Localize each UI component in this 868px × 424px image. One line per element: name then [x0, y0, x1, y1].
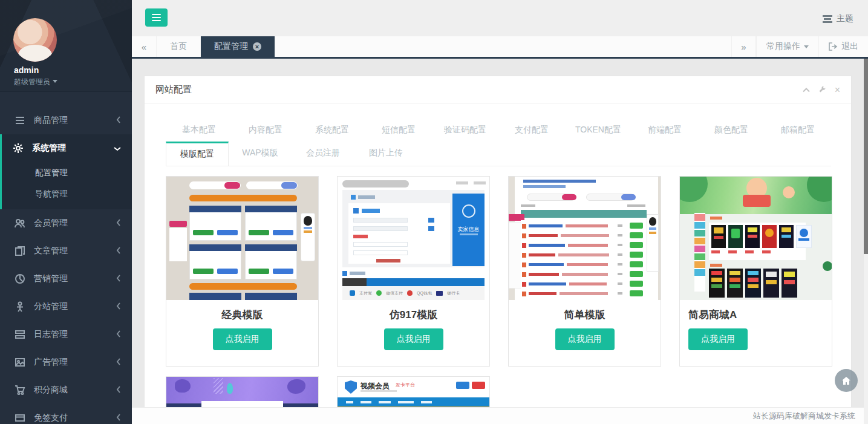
chevron-left-icon [116, 413, 121, 423]
footer-text: 站长源码库破解商城发卡系统 [753, 411, 855, 422]
cart-icon [15, 385, 25, 396]
sidebar-item-substations[interactable]: 分站管理 [0, 293, 132, 321]
files-icon [15, 246, 25, 256]
close-panel-icon[interactable]: × [835, 85, 840, 95]
pay-bank-label: 银行卡 [447, 290, 460, 296]
chevron-down-icon [53, 80, 57, 83]
sidebar: admin 超级管理员 商品管理 系统管理 配置管理 导航管理 会员管理 文章 [0, 0, 132, 424]
template-preview-videovip: 视频会员 发卡平台 [338, 377, 489, 407]
chevron-left-icon [116, 302, 121, 311]
home-icon [841, 376, 851, 385]
tab-frontend-config[interactable]: 前端配置 [631, 117, 698, 142]
list-icon [15, 115, 25, 126]
enable-template-button[interactable]: 点我启用 [555, 328, 615, 350]
collapse-icon[interactable] [803, 86, 810, 94]
back-to-top-button[interactable] [835, 369, 858, 392]
sidebar-item-points-mall[interactable]: 积分商城 [0, 376, 132, 404]
pay-qq-label: QQ钱包 [417, 290, 432, 296]
template-card-grid: 经典模版 点我启用 [166, 176, 831, 367]
pay-wechat-label: 微信支付 [386, 290, 403, 296]
template-name: 简易商城A [680, 308, 832, 322]
gear-icon [13, 143, 24, 154]
chevron-down-icon [114, 143, 121, 153]
template-preview-mall-a [680, 177, 832, 300]
config-tabs-row2: 模版配置 WAP模版 会员注册 图片上传 [166, 142, 831, 166]
tab-color-config[interactable]: 颜色配置 [698, 117, 765, 142]
sidebar-toggle-button[interactable] [145, 8, 168, 27]
quick-actions-dropdown[interactable]: 常用操作 [756, 36, 818, 57]
template-name: 经典模版 [166, 308, 318, 322]
template-preview-purple [166, 377, 318, 407]
enable-template-button[interactable]: 点我启用 [688, 328, 748, 350]
qq-contact-widget [301, 213, 315, 261]
tab-content-config[interactable]: 内容配置 [232, 117, 299, 142]
tab-captcha-config[interactable]: 验证码配置 [432, 117, 498, 142]
enable-template-button[interactable]: 点我启用 [384, 328, 443, 350]
tab-member-register[interactable]: 会员注册 [292, 142, 354, 166]
tab-basic-config[interactable]: 基本配置 [166, 117, 232, 142]
theme-switcher[interactable]: 主题 [823, 13, 853, 24]
tabs-scroll-left-button[interactable]: « [132, 36, 157, 57]
tab-email-config[interactable]: 邮箱配置 [765, 117, 831, 142]
users-icon [15, 218, 25, 229]
tab-sms-config[interactable]: 短信配置 [365, 117, 432, 142]
tab-payment-config[interactable]: 支付配置 [498, 117, 565, 142]
sidebar-item-marketing[interactable]: 营销管理 [0, 265, 132, 293]
template-card-simple: 简单模版 点我启用 [508, 176, 661, 367]
tab-image-upload[interactable]: 图片上传 [354, 142, 417, 166]
sidebar-nav: 商品管理 系统管理 配置管理 导航管理 会员管理 文章管理 营销管理 [0, 106, 132, 424]
config-tabs-row1: 基本配置 内容配置 系统配置 短信配置 验证码配置 支付配置 TOKEN配置 前… [166, 117, 831, 142]
template-card-videovip: 视频会员 发卡平台 [337, 376, 490, 407]
chevron-left-icon [116, 116, 121, 125]
chevron-left-icon [116, 274, 121, 284]
template-card-917: 卖家信息 支付宝 微信支付 QQ钱包 [337, 176, 490, 367]
tab-template-config[interactable]: 模版配置 [166, 142, 229, 166]
qq-contact-widget [647, 214, 659, 272]
user-role[interactable]: 超级管理员 [14, 77, 57, 87]
topbar: 主题 [132, 0, 868, 36]
template-name: 简单模版 [509, 308, 661, 322]
tab-system-config[interactable]: 系统配置 [299, 117, 365, 142]
log-list-icon [15, 329, 25, 340]
main-content: 网站配置 × 基本配置 内容配置 系统配置 短信配置 验证码配置 支付配置 TO… [132, 59, 864, 407]
user-profile: admin 超级管理员 [0, 0, 132, 92]
enable-template-button[interactable]: 点我启用 [213, 328, 272, 350]
chevron-down-icon [804, 45, 809, 48]
sidebar-item-articles[interactable]: 文章管理 [0, 237, 132, 265]
tab-bar: « 首页 配置管理 × » 常用操作 退出 [132, 36, 868, 59]
template-card-classic: 经典模版 点我启用 [166, 176, 319, 367]
template-preview-classic [166, 177, 318, 300]
sidebar-item-payment[interactable]: 免签支付 [0, 404, 132, 424]
sidebar-item-goods[interactable]: 商品管理 [0, 106, 132, 134]
logout-icon [829, 42, 838, 51]
tabs-scroll-right-button[interactable]: » [731, 36, 756, 57]
chevron-left-icon [116, 357, 121, 367]
sidebar-item-ads[interactable]: 广告管理 [0, 348, 132, 376]
seller-info-label: 卖家信息 [452, 226, 485, 233]
chevron-left-icon [116, 330, 121, 339]
person-icon [15, 301, 25, 312]
sidebar-item-system[interactable]: 系统管理 [2, 134, 132, 162]
template-card-mall-a: 简易商城A 点我启用 [679, 176, 832, 367]
template-preview-simple [509, 177, 661, 300]
scrollbar-track[interactable] [864, 59, 868, 424]
template-card-purple [166, 376, 319, 407]
theme-icon [823, 15, 832, 23]
chevron-left-icon [116, 246, 121, 256]
sidebar-item-config[interactable]: 配置管理 [2, 162, 132, 183]
chevron-left-icon [116, 218, 121, 228]
tab-home[interactable]: 首页 [157, 36, 201, 57]
tab-wap-template[interactable]: WAP模版 [229, 142, 292, 166]
tab-token-config[interactable]: TOKEN配置 [565, 117, 631, 142]
scrollbar-thumb[interactable] [864, 59, 868, 254]
footer: 站长源码库破解商城发卡系统 [132, 407, 864, 424]
pay-alipay-label: 支付宝 [359, 290, 372, 296]
sidebar-item-navigation[interactable]: 导航管理 [2, 183, 132, 204]
sidebar-item-members[interactable]: 会员管理 [0, 209, 132, 237]
chevron-left-icon [116, 385, 121, 395]
wrench-icon[interactable] [818, 85, 826, 94]
close-tab-icon[interactable]: × [253, 42, 261, 51]
tab-config-management[interactable]: 配置管理 × [201, 36, 275, 57]
sidebar-item-logs[interactable]: 日志管理 [0, 321, 132, 348]
logout-button[interactable]: 退出 [818, 36, 868, 57]
